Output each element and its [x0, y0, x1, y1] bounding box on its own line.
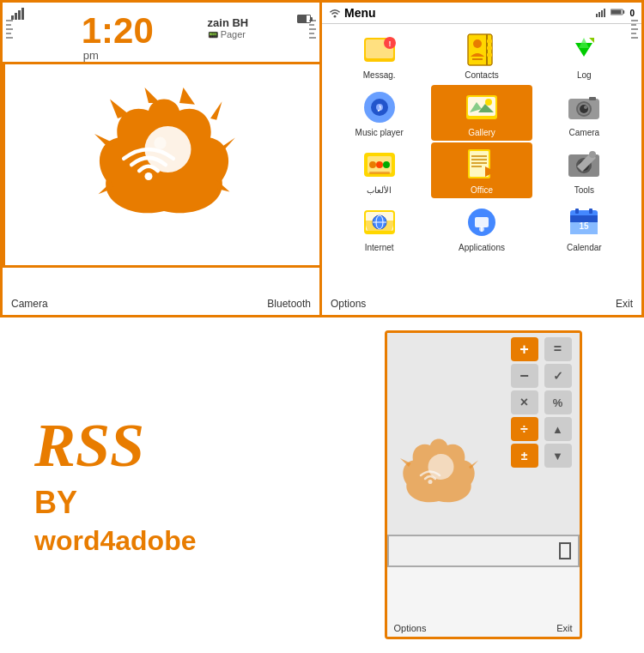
- svg-point-3: [154, 137, 166, 149]
- camera-label: Camera: [11, 298, 48, 310]
- calculator-area: + = − ✓ × % ÷ ▲ ±: [322, 317, 644, 653]
- author-name: word4adobe: [34, 525, 196, 557]
- user-name: zain BH: [208, 16, 249, 29]
- svg-rect-45: [369, 172, 390, 174]
- calc-equals-btn[interactable]: =: [544, 337, 572, 361]
- calc-mascot: [396, 428, 482, 526]
- svg-point-38: [584, 106, 587, 109]
- menu-exit-label: Exit: [616, 298, 633, 310]
- phone-screen-right: Menu 0: [322, 0, 644, 317]
- right-phone-bottom-bar: Options Exit: [322, 293, 641, 315]
- calc-down-btn[interactable]: ▼: [544, 444, 572, 468]
- menu-item-applications[interactable]: Applications: [431, 200, 532, 256]
- svg-rect-63: [475, 217, 489, 227]
- svg-text:15: 15: [580, 221, 590, 231]
- svg-text:!: !: [388, 39, 391, 48]
- svg-point-56: [589, 151, 596, 158]
- calc-input-bar[interactable]: [387, 535, 580, 567]
- time-display: 1:20: [82, 13, 154, 49]
- menu-item-camera[interactable]: Camera: [534, 85, 635, 141]
- menu-item-contacts[interactable]: Contacts: [431, 27, 532, 83]
- menu-item-log[interactable]: Log: [534, 27, 635, 83]
- menu-title-text: Menu: [344, 6, 376, 20]
- menu-item-games[interactable]: الألعاب: [329, 142, 429, 198]
- menu-options-label: Options: [331, 298, 366, 310]
- calc-bottom-bar: Options Exit: [387, 620, 580, 637]
- calc-divide-btn[interactable]: ÷: [511, 417, 538, 441]
- calc-display: + = − ✓ × % ÷ ▲ ±: [387, 333, 580, 535]
- svg-point-73: [428, 480, 432, 484]
- calc-up-btn[interactable]: ▲: [544, 417, 572, 441]
- svg-rect-69: [575, 209, 579, 214]
- wifi-icon: [329, 7, 341, 19]
- rss-mascot-left: [3, 62, 322, 268]
- svg-point-32: [485, 99, 492, 106]
- svg-point-4: [144, 172, 152, 180]
- svg-point-43: [376, 161, 383, 168]
- svg-point-44: [383, 161, 390, 168]
- branding-area: RSS BY word4adobe: [0, 317, 322, 653]
- svg-rect-7: [623, 10, 625, 14]
- svg-text:♪: ♪: [376, 100, 382, 114]
- menu-item-tools[interactable]: Tools: [534, 142, 635, 198]
- left-phone-bottom-bar: Camera Bluetooth: [3, 293, 319, 315]
- calc-exit-label: Exit: [556, 623, 572, 633]
- ampm-display: pm: [83, 49, 99, 62]
- phone-screen-left: 1:20 pm zain BH 📟 Pager: [0, 0, 322, 317]
- svg-rect-18: [487, 53, 492, 57]
- by-text: BY: [34, 485, 77, 521]
- bluetooth-label: Bluetooth: [267, 298, 311, 310]
- svg-rect-17: [487, 46, 492, 50]
- calc-cursor: [559, 542, 571, 559]
- calc-options-label: Options: [394, 623, 427, 633]
- menu-item-office[interactable]: Office: [431, 142, 532, 198]
- menu-item-messaging[interactable]: ! Messag.: [329, 27, 429, 83]
- menu-item-gallery[interactable]: Gallery: [431, 85, 532, 141]
- battery-icon: [611, 8, 626, 16]
- menu-item-music[interactable]: ♪ Music player: [329, 85, 429, 141]
- rss-logo-text: RSS: [34, 414, 144, 476]
- svg-rect-39: [589, 97, 596, 100]
- calculator-phone: + = − ✓ × % ÷ ▲ ±: [385, 330, 582, 639]
- menu-header: Menu 0: [322, 3, 641, 24]
- calc-percent-btn[interactable]: %: [544, 390, 572, 414]
- menu-item-calendar[interactable]: 15 Calendar: [534, 200, 635, 256]
- svg-point-42: [369, 161, 376, 168]
- calc-plus-btn[interactable]: +: [511, 337, 538, 361]
- svg-rect-8: [611, 10, 622, 15]
- svg-rect-70: [589, 209, 592, 214]
- svg-point-37: [580, 105, 588, 113]
- svg-rect-29: [468, 97, 495, 116]
- calc-multiply-btn[interactable]: ×: [511, 390, 538, 414]
- calc-minus-btn[interactable]: −: [511, 364, 538, 388]
- svg-marker-23: [589, 38, 594, 43]
- svg-point-5: [334, 15, 337, 18]
- menu-item-internet[interactable]: Internet: [329, 200, 429, 256]
- calc-button-grid: + = − ✓ × % ÷ ▲ ±: [511, 337, 575, 468]
- svg-rect-16: [487, 39, 492, 43]
- pager-label: 📟 Pager: [208, 29, 246, 39]
- menu-grid: ! Messag.: [322, 24, 641, 259]
- calc-plusminus-btn[interactable]: ±: [511, 444, 538, 468]
- svg-point-19: [473, 39, 482, 48]
- calc-check-btn[interactable]: ✓: [544, 364, 572, 388]
